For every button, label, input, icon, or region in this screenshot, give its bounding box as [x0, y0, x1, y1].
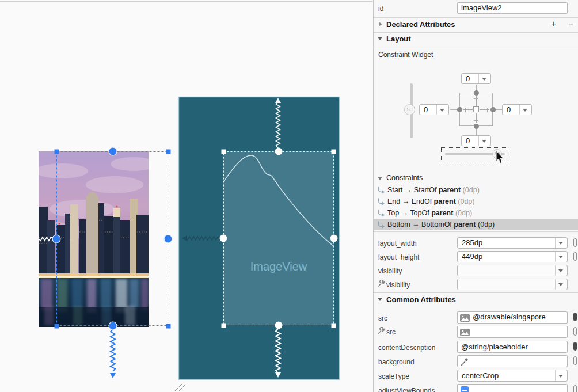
attr-indicator-pill[interactable] — [573, 385, 577, 392]
attr-indicator-pill[interactable] — [573, 238, 577, 247]
adjust-view-bounds-input[interactable] — [457, 384, 568, 392]
chevron-down-icon[interactable] — [478, 74, 490, 83]
android-studio-layout-editor: { "canvas": { "blueprint_label": "ImageV… — [0, 0, 578, 392]
resize-corner-hatch — [174, 383, 185, 392]
design-anchor-bottom[interactable] — [109, 322, 117, 330]
scale-type-dropdown[interactable]: centerCrop — [457, 370, 568, 382]
remove-attribute-button[interactable]: − — [568, 20, 573, 29]
vertical-bias-value[interactable]: 50 — [404, 104, 415, 115]
blueprint-anchor-top[interactable] — [275, 148, 283, 155]
divider — [374, 47, 578, 47]
constraint-icon — [377, 186, 385, 194]
src-input[interactable]: @drawable/singapore — [457, 311, 568, 324]
section-common-attributes[interactable]: Common Attributes — [386, 295, 456, 304]
constraint-row-bottom[interactable]: Bottom → BottomOf parent (0dp) — [374, 219, 578, 230]
background-label: background — [378, 358, 415, 366]
background-input[interactable] — [457, 355, 568, 367]
widget-center-square[interactable] — [473, 106, 479, 112]
blueprint-handle-top-right[interactable] — [332, 150, 336, 154]
margin-start-dropdown[interactable]: 0 — [419, 104, 449, 115]
indicator — [463, 109, 473, 110]
constraint-row-top[interactable]: Top → TopOf parent (0dp) — [374, 207, 578, 219]
blueprint-handle-bottom-left[interactable] — [222, 324, 226, 328]
design-surface[interactable]: ImageView — [0, 0, 372, 392]
widget-anchor-end[interactable] — [490, 107, 496, 112]
chevron-down-icon[interactable] — [378, 177, 382, 180]
design-handle-bottom-left[interactable] — [55, 324, 59, 329]
attr-indicator-pill[interactable] — [573, 252, 577, 261]
widget-anchor-start[interactable] — [457, 107, 462, 112]
blueprint-imageview-label: ImageView — [250, 260, 307, 273]
design-handle-bottom-right[interactable] — [166, 324, 171, 329]
tools-src-label: src — [386, 328, 396, 336]
design-handle-top-right[interactable] — [166, 150, 171, 154]
design-preview-image[interactable] — [20, 151, 157, 327]
stem — [450, 109, 457, 110]
content-description-input[interactable]: @string/placeholder — [457, 341, 568, 353]
add-attribute-button[interactable]: + — [551, 20, 556, 29]
attr-indicator-pill[interactable] — [573, 313, 577, 321]
checkbox-indeterminate-icon[interactable] — [461, 386, 469, 392]
indicator — [465, 108, 466, 112]
divider — [374, 292, 578, 293]
divider — [374, 17, 578, 18]
scale-type-label: scaleType — [378, 372, 409, 380]
attr-indicator-pill[interactable] — [573, 356, 577, 365]
design-anchor-start[interactable] — [52, 235, 60, 243]
indicator — [476, 113, 477, 123]
margin-end-dropdown[interactable]: 0 — [502, 104, 532, 115]
section-layout[interactable]: Layout — [386, 35, 411, 43]
chevron-down-icon[interactable] — [555, 279, 567, 290]
constraint-spring — [111, 329, 115, 371]
wrench-icon — [377, 280, 385, 287]
blueprint-anchor-end[interactable] — [330, 235, 338, 242]
blueprint-anchor-start[interactable] — [220, 235, 227, 242]
tools-visibility-label: visibility — [386, 281, 410, 289]
id-label: id — [378, 5, 383, 13]
attr-indicator-pill[interactable] — [573, 327, 577, 336]
widget-anchor-bottom[interactable] — [474, 124, 479, 129]
chevron-down-icon[interactable] — [378, 298, 382, 301]
design-handle-top-left[interactable] — [55, 150, 59, 154]
attributes-panel: id imageView2 Declared Attributes + − La… — [373, 0, 578, 392]
divider — [374, 32, 578, 33]
section-declared-attributes[interactable]: Declared Attributes — [386, 20, 455, 29]
margin-bottom-dropdown[interactable]: 0 — [461, 135, 491, 146]
chevron-right-icon[interactable] — [379, 22, 382, 26]
visibility-dropdown[interactable] — [457, 265, 568, 276]
blueprint-anchor-bottom[interactable] — [275, 322, 283, 329]
widget-anchor-top[interactable] — [474, 90, 479, 96]
chevron-down-icon[interactable] — [378, 37, 382, 40]
color-picker-icon — [461, 357, 469, 366]
chevron-down-icon[interactable] — [478, 136, 490, 146]
blueprint-handle-top-left[interactable] — [222, 150, 226, 154]
constraint-icon — [377, 209, 385, 217]
chevron-down-icon[interactable] — [519, 105, 531, 115]
layout-height-dropdown[interactable]: 449dp — [457, 251, 568, 262]
id-input[interactable]: imageView2 — [457, 2, 568, 14]
blueprint-imageview[interactable] — [223, 151, 334, 325]
tools-src-input[interactable] — [457, 326, 568, 338]
constraint-row-end[interactable]: End → EndOf parent (0dp) — [374, 196, 578, 207]
chevron-down-icon[interactable] — [555, 370, 567, 381]
tools-visibility-dropdown[interactable] — [457, 279, 568, 290]
attr-indicator-pill[interactable] — [573, 342, 577, 351]
indicator — [480, 109, 489, 110]
section-constraints[interactable]: Constraints — [386, 174, 423, 182]
adjust-view-bounds-label: adjustViewBounds — [378, 387, 435, 392]
indicator — [474, 120, 478, 121]
drawable-icon — [460, 314, 470, 322]
chevron-down-icon[interactable] — [555, 238, 567, 248]
wrench-icon — [377, 327, 385, 334]
design-anchor-end[interactable] — [164, 235, 172, 243]
constraint-row-start[interactable]: Start → StartOf parent (0dp) — [374, 184, 578, 196]
chevron-down-icon[interactable] — [436, 105, 448, 115]
design-anchor-top[interactable] — [109, 147, 117, 155]
src-label: src — [378, 314, 387, 322]
chevron-down-icon[interactable] — [555, 265, 567, 276]
blueprint-handle-bottom-right[interactable] — [332, 324, 336, 328]
layout-width-dropdown[interactable]: 285dp — [457, 237, 568, 249]
chevron-down-icon[interactable] — [555, 252, 567, 262]
margin-top-dropdown[interactable]: 0 — [461, 73, 491, 84]
divider — [374, 231, 578, 232]
